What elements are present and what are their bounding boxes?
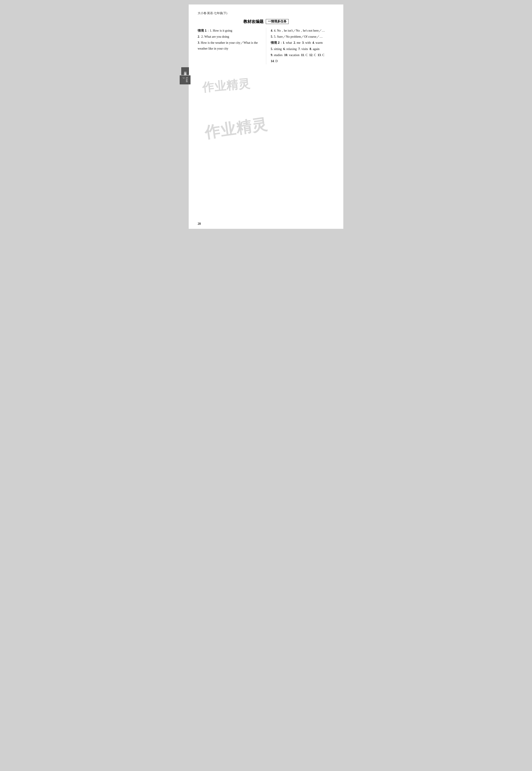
page: 周测小卷 Unit 7 大小卷·英语·七年级(下) 教材改编题 一情境多任务 情…	[189, 4, 343, 229]
badge: 一情境多任务	[266, 19, 289, 24]
watermark-area-2: 作业精灵	[198, 111, 334, 139]
page-number: 28	[198, 222, 201, 226]
watermark-1: 作业精灵	[201, 76, 251, 96]
content-area: 情境 1：1. How is it going 2. 2. What are y…	[198, 28, 334, 64]
item4: 4. 4. No，he isn't／No，he's not here／…	[271, 28, 334, 33]
situation2-label: 情境 2：1. what 2. me 3. with 4. warm	[271, 40, 334, 45]
sidebar: 周测小卷 Unit 7	[180, 67, 190, 84]
item5: 5. 5. Sure／No problem／Of course／…	[271, 34, 334, 39]
left-column: 情境 1：1. How is it going 2. 2. What are y…	[198, 28, 266, 64]
top-label: 大小卷·英语·七年级(下)	[198, 11, 334, 15]
s2-row4: 14. D	[271, 58, 334, 64]
watermark-2: 作业精灵	[203, 114, 269, 143]
situation1-label: 情境 1：1. How is it going	[198, 28, 262, 33]
item3: 3. How is the weather in your city／What …	[198, 40, 262, 51]
s2-row2: 5. sitting 6. relaxing 7. visits 8. agai…	[271, 46, 334, 52]
sidebar-zh-label: 周测小卷	[181, 67, 189, 75]
sidebar-unit-label: Unit 7	[180, 75, 190, 84]
s2-row3: 9. studies 10. vacation 11. C 12. C 13. …	[271, 52, 334, 58]
watermark-area-1: 作业精灵	[198, 78, 334, 93]
item2: 2. 2. What are you doing	[198, 34, 262, 39]
section-title: 教材改编题 一情境多任务	[198, 19, 334, 24]
right-column: 4. 4. No，he isn't／No，he's not here／… 5. …	[266, 28, 334, 64]
